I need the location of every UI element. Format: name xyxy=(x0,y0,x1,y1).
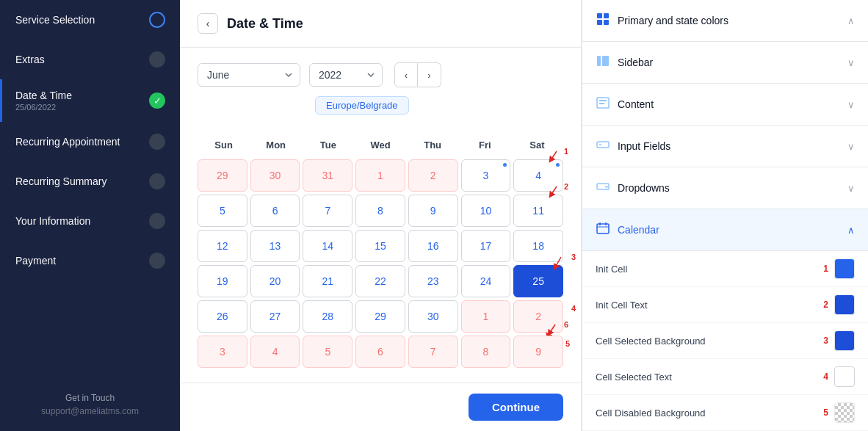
cal-cell[interactable]: 17 xyxy=(461,230,511,262)
cal-cell[interactable]: 22 xyxy=(355,265,405,297)
service-selection-icon xyxy=(148,10,167,29)
panel-item-primary-colors[interactable]: Primary and state colors ∧ xyxy=(582,0,868,42)
svg-rect-5 xyxy=(602,56,609,66)
chevron-down-icon: ∨ xyxy=(847,141,855,152)
calendar-week: 12 13 14 15 16 17 18 xyxy=(198,230,563,262)
sidebar-item-recurring-summary[interactable]: Recurring Summary xyxy=(0,162,180,201)
sidebar-item-your-information[interactable]: Your Information xyxy=(0,201,180,241)
content-label: Content xyxy=(618,98,654,110)
cal-cell[interactable]: 26 xyxy=(198,300,247,333)
primary-colors-label: Primary and state colors xyxy=(618,15,728,26)
cal-cell: 6 xyxy=(355,336,405,368)
cal-cell[interactable]: 16 xyxy=(408,230,458,262)
cal-cell[interactable]: 6 xyxy=(250,195,300,227)
sidebar-item-extras[interactable]: Extras xyxy=(0,40,180,79)
back-button[interactable]: ‹ xyxy=(198,13,218,34)
init-cell-num: 1 xyxy=(823,264,828,274)
cal-cell[interactable]: 13 xyxy=(250,230,300,262)
calendar-panel-label: Calendar xyxy=(618,224,659,236)
prev-month-button[interactable]: ‹ xyxy=(394,62,418,87)
svg-rect-4 xyxy=(597,56,601,66)
cal-cell[interactable]: 12 xyxy=(198,230,247,262)
content-icon xyxy=(596,95,610,113)
date-time-icon: ✓ xyxy=(148,91,167,110)
cell-selected-text-num: 4 xyxy=(823,372,828,382)
calendar-weeks: 29 30 31 1 2 3 4 1 5 6 7 8 xyxy=(198,159,563,368)
cal-cell[interactable]: 30 xyxy=(408,300,458,333)
month-select[interactable]: June JanuaryFebruaryMarch AprilMay JulyA… xyxy=(198,63,300,87)
cell-disabled-bg-swatch[interactable] xyxy=(834,402,855,423)
sidebar-item-date-time[interactable]: Date & Time 25/06/2022 ✓ xyxy=(0,79,180,122)
cal-cell[interactable]: 15 xyxy=(355,230,405,262)
init-cell-text-label: Init Cell Text xyxy=(596,300,648,311)
cal-cell: 1 xyxy=(461,300,511,333)
cal-cell[interactable]: 19 xyxy=(198,265,247,297)
cal-cell[interactable]: 10 xyxy=(461,195,511,227)
cell-selected-text-label: Cell Selected Text xyxy=(596,372,672,383)
calendar-area: June JanuaryFebruaryMarch AprilMay JulyA… xyxy=(180,48,581,383)
next-month-button[interactable]: › xyxy=(418,62,441,87)
sidebar-item-service-selection[interactable]: Service Selection xyxy=(0,0,180,40)
support-email: support@ameliatms.com xyxy=(13,406,167,416)
dropdowns-label: Dropdowns xyxy=(618,182,670,194)
cal-cell[interactable]: 27 xyxy=(250,300,300,333)
cal-cell[interactable]: 3 xyxy=(461,159,511,192)
cal-cell[interactable]: 9 xyxy=(408,195,458,227)
panel-item-dropdowns[interactable]: Dropdowns ∨ xyxy=(582,167,868,209)
payment-icon xyxy=(148,251,167,270)
input-fields-icon xyxy=(596,137,610,155)
cell-selected-bg-swatch[interactable] xyxy=(834,330,855,351)
year-select[interactable]: 2022 2020202120232024 xyxy=(309,63,383,87)
continue-bar: Continue xyxy=(180,383,581,431)
init-cell-swatch[interactable] xyxy=(834,258,855,279)
sidebar-item-recurring-appointment[interactable]: Recurring Appointment xyxy=(0,122,180,162)
panel-row-cell-disabled-bg: Cell Disabled Background 5 xyxy=(582,395,868,431)
day-header-thu: Thu xyxy=(407,135,459,155)
cal-cell: 7 xyxy=(408,336,458,368)
get-in-touch-label: Get in Touch xyxy=(13,393,167,403)
cal-cell[interactable]: 20 xyxy=(250,265,300,297)
day-headers: Sun Mon Tue Wed Thu Fri Sat xyxy=(198,135,563,155)
init-cell-text-num: 2 xyxy=(823,300,828,310)
cal-cell[interactable]: 21 xyxy=(303,265,352,297)
sidebar-item-sub: 25/06/2022 xyxy=(15,103,72,112)
panel-row-cell-selected-text: Cell Selected Text 4 xyxy=(582,359,868,395)
recurring-appointment-icon xyxy=(148,132,167,151)
calendar-controls: June JanuaryFebruaryMarch AprilMay JulyA… xyxy=(198,62,563,87)
svg-rect-0 xyxy=(597,13,602,18)
cal-cell[interactable]: 29 xyxy=(355,300,405,333)
init-cell-text-swatch[interactable] xyxy=(834,294,855,315)
cell-selected-text-swatch[interactable] xyxy=(834,366,855,387)
cal-cell-selected[interactable]: 25 3 4 xyxy=(513,265,563,297)
recurring-summary-icon xyxy=(148,172,167,191)
cal-cell[interactable]: 14 xyxy=(303,230,352,262)
timezone-badge: Europe/Belgrade xyxy=(315,96,409,115)
cal-cell: 3 xyxy=(198,336,247,368)
chevron-down-icon: ∨ xyxy=(847,57,855,68)
cell-disabled-bg-label: Cell Disabled Background xyxy=(596,408,706,419)
cal-cell[interactable]: 5 xyxy=(198,195,247,227)
chevron-up-icon: ∧ xyxy=(847,225,855,236)
panel-row-init-cell: Init Cell 1 xyxy=(582,251,868,287)
panel-item-input-fields[interactable]: Input Fields ∨ xyxy=(582,126,868,167)
cell-selected-bg-num: 3 xyxy=(823,336,828,346)
cal-cell[interactable]: 7 xyxy=(303,195,352,227)
chevron-down-icon: ∨ xyxy=(847,183,855,194)
day-header-fri: Fri xyxy=(459,135,511,155)
continue-button[interactable]: Continue xyxy=(469,394,563,421)
your-information-icon xyxy=(148,211,167,231)
cal-cell: 5 xyxy=(303,336,352,368)
init-cell-label: Init Cell xyxy=(596,264,627,275)
sidebar-item-label: Service Selection xyxy=(15,14,95,26)
cal-cell[interactable]: 24 xyxy=(461,265,511,297)
panel-row-init-cell-text: Init Cell Text 2 xyxy=(582,287,868,323)
cal-cell[interactable]: 8 xyxy=(355,195,405,227)
cal-cell[interactable]: 23 xyxy=(408,265,458,297)
cal-cell[interactable]: 28 xyxy=(303,300,352,333)
panel-item-sidebar[interactable]: Sidebar ∨ xyxy=(582,42,868,84)
sidebar-icon xyxy=(596,54,610,71)
cal-cell[interactable]: 11 2 xyxy=(513,195,563,227)
sidebar-item-payment[interactable]: Payment xyxy=(0,241,180,280)
panel-item-content[interactable]: Content ∨ xyxy=(582,84,868,126)
panel-item-calendar[interactable]: Calendar ∧ xyxy=(582,209,868,251)
